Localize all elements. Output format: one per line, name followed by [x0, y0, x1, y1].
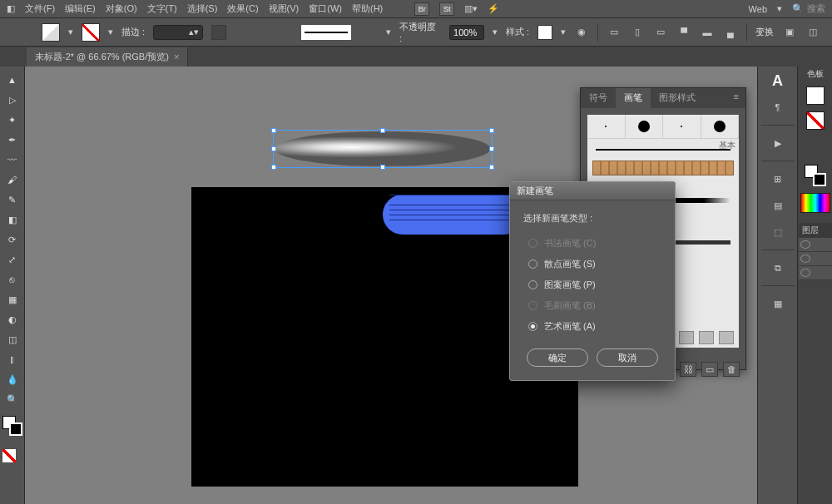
shape-builder-tool[interactable]: ◐	[2, 311, 22, 328]
stock-icon[interactable]: St	[439, 2, 454, 16]
cancel-button[interactable]: 取消	[597, 348, 658, 367]
fill-swatch[interactable]	[42, 23, 60, 42]
stroke-icon[interactable]	[813, 173, 826, 186]
resize-handle[interactable]	[489, 146, 494, 151]
blue-brush-stroke-shape[interactable]	[383, 195, 524, 235]
fill-none-control[interactable]	[2, 449, 22, 469]
link-icon[interactable]: ⛓	[680, 362, 696, 377]
close-icon[interactable]: ×	[174, 52, 179, 62]
brush-thumb[interactable]	[701, 115, 740, 138]
style-swatch[interactable]	[537, 25, 552, 40]
brush-thumb[interactable]	[663, 115, 701, 138]
direct-selection-tool[interactable]: ▷	[2, 91, 22, 108]
radio-icon[interactable]	[528, 280, 537, 289]
eraser-tool[interactable]: ◧	[2, 211, 22, 228]
brush-thumb[interactable]	[587, 115, 626, 138]
chevron-down-icon[interactable]: ▾	[493, 27, 498, 37]
search-box[interactable]: 🔍 搜索	[792, 2, 825, 15]
menu-file[interactable]: 文件(F)	[25, 2, 55, 15]
brush-stroke-basic[interactable]	[587, 139, 739, 161]
graph-tool[interactable]: ⫿	[2, 351, 22, 368]
workspace-switcher[interactable]: Web	[749, 4, 767, 14]
none-color-icon[interactable]	[2, 449, 16, 462]
selection-tool[interactable]: ▲	[2, 72, 22, 88]
resize-handle[interactable]	[380, 128, 385, 133]
swatch-white[interactable]	[806, 86, 825, 105]
menu-view[interactable]: 视图(V)	[269, 2, 300, 15]
color-spectrum[interactable]	[800, 193, 830, 213]
swatches-tab-label[interactable]: 色板	[807, 68, 824, 80]
brush-thumb[interactable]	[626, 115, 664, 138]
width-tool[interactable]: ⎋	[2, 271, 22, 288]
gpu-icon[interactable]: ⚡	[488, 3, 499, 14]
resize-handle[interactable]	[489, 165, 494, 170]
chevron-down-icon[interactable]: ▾	[561, 27, 566, 37]
transform-label[interactable]: 变换	[755, 26, 774, 38]
option-scatter[interactable]: 散点画笔 (S)	[523, 254, 661, 274]
radio-icon[interactable]	[528, 259, 537, 269]
paintbrush-tool[interactable]: 🖌	[2, 171, 22, 188]
swatch-none[interactable]	[806, 111, 825, 130]
resize-handle[interactable]	[271, 146, 276, 151]
scale-tool[interactable]: ⤢	[2, 251, 22, 268]
menu-edit[interactable]: 编辑(E)	[65, 2, 96, 15]
document-tab[interactable]: 未标题-2* @ 66.67% (RGB/预览) ×	[27, 47, 188, 67]
play-icon[interactable]: ▶	[767, 134, 789, 152]
tab-graphic-styles[interactable]: 图形样式	[651, 88, 704, 108]
delete-brush-icon[interactable]	[719, 331, 734, 344]
option-pattern[interactable]: 图案画笔 (P)	[523, 274, 661, 295]
artboards-panel-icon[interactable]: ▦	[767, 294, 789, 313]
bridge-icon[interactable]: Br	[414, 2, 429, 16]
visibility-icon[interactable]	[800, 240, 810, 249]
trash-icon[interactable]: 🗑	[723, 362, 740, 377]
chevron-down-icon[interactable]: ▾	[108, 27, 113, 37]
fill-stroke-control[interactable]	[2, 416, 22, 436]
visibility-icon[interactable]	[800, 254, 810, 263]
paragraph-panel-icon[interactable]: ¶	[767, 98, 789, 116]
brush-definition[interactable]	[301, 25, 351, 40]
stroke-color-icon[interactable]	[9, 422, 22, 436]
isolate-icon[interactable]: ▣	[782, 25, 797, 40]
menu-ai-icon[interactable]: ◧	[7, 3, 15, 14]
menu-object[interactable]: 对象(O)	[106, 2, 137, 15]
stroke-weight-field[interactable]: ▴▾	[153, 25, 203, 40]
css-panel-icon[interactable]: ⧉	[767, 259, 789, 277]
menu-help[interactable]: 帮助(H)	[352, 2, 383, 15]
selected-ellipse-object[interactable]	[275, 131, 491, 166]
tab-symbols[interactable]: 符号	[581, 88, 616, 108]
shaper-tool[interactable]: ✎	[2, 191, 22, 208]
tab-brushes[interactable]: 画笔	[616, 88, 651, 108]
align-panel-icon[interactable]: ▤	[767, 196, 789, 215]
align-right-icon[interactable]: ▭	[653, 25, 668, 40]
brush-pattern-rope[interactable]	[592, 161, 734, 175]
new-icon[interactable]: ▭	[701, 362, 718, 377]
layer-row[interactable]	[799, 238, 832, 252]
resize-handle[interactable]	[380, 165, 385, 170]
rotate-tool[interactable]: ⟳	[2, 231, 22, 248]
zoom-tool[interactable]: 🔍	[2, 391, 22, 408]
recolor-icon[interactable]: ◉	[574, 25, 589, 40]
align-bottom-icon[interactable]: ▄	[723, 25, 738, 40]
stroke-swatch[interactable]	[82, 23, 100, 42]
resize-handle[interactable]	[271, 128, 276, 133]
align-top-icon[interactable]: ▀	[676, 25, 691, 40]
free-transform-tool[interactable]: ▦	[2, 291, 22, 308]
visibility-icon[interactable]	[800, 269, 810, 277]
menu-select[interactable]: 选择(S)	[187, 2, 218, 15]
align-hcenter-icon[interactable]: ▯	[630, 25, 645, 40]
eyedropper-tool[interactable]: 💧	[2, 371, 22, 388]
ok-button[interactable]: 确定	[527, 348, 588, 367]
option-art[interactable]: 艺术画笔 (A)	[523, 316, 661, 337]
chevron-down-icon[interactable]: ▾	[386, 27, 391, 37]
menu-type[interactable]: 文字(T)	[147, 2, 177, 15]
resize-handle[interactable]	[271, 165, 276, 170]
pen-tool[interactable]: ✒	[2, 131, 22, 148]
menu-window[interactable]: 窗口(W)	[309, 2, 342, 15]
transform-panel-icon[interactable]: ⊞	[767, 170, 789, 188]
brush-options-icon[interactable]	[679, 331, 694, 344]
new-brush-icon[interactable]	[699, 331, 714, 344]
align-left-icon[interactable]: ▭	[607, 25, 622, 40]
layer-row[interactable]	[799, 266, 832, 280]
variable-width-profile[interactable]	[211, 25, 226, 40]
chevron-down-icon[interactable]: ▾	[777, 3, 782, 14]
